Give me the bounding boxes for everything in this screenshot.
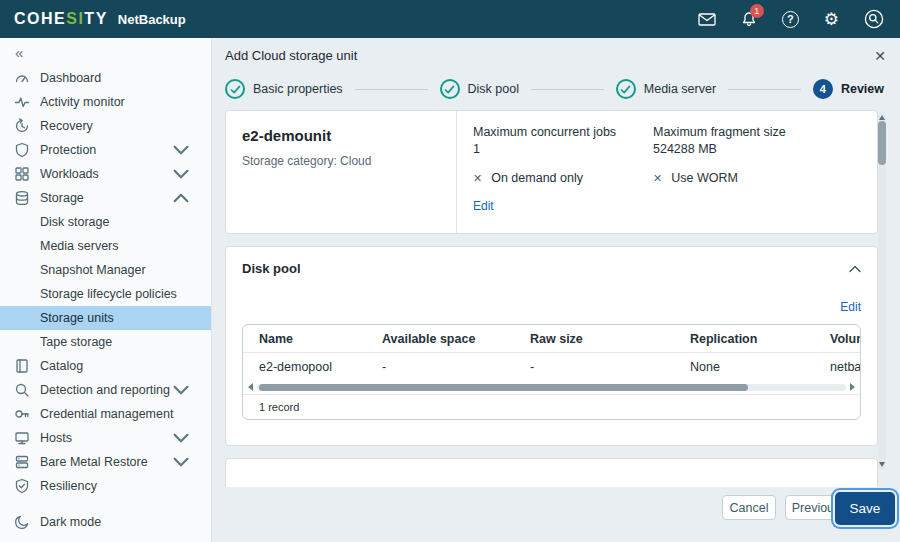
step-label: Review [841, 82, 884, 96]
column-header-available-space: Available space [366, 332, 514, 346]
on-demand-row: ✕ On demand only [473, 171, 653, 185]
database-icon [14, 190, 30, 206]
step-label: Basic properties [253, 82, 343, 96]
collapse-chevron-up-icon[interactable] [849, 265, 861, 273]
vertical-scrollbar[interactable] [878, 112, 886, 470]
summary-edit-link[interactable]: Edit [473, 199, 494, 213]
vertical-scroll-thumb[interactable] [878, 121, 886, 165]
sidebar-item-catalog[interactable]: Catalog [0, 354, 211, 378]
next-section-card [225, 458, 878, 487]
disk-pool-edit-link[interactable]: Edit [840, 300, 861, 314]
summary-column-1: Maximum concurrent jobs 1 ✕ On demand on… [473, 125, 653, 221]
summary-identity: e2-demounit Storage category: Cloud [226, 111, 457, 233]
scroll-down-arrow-icon[interactable] [879, 462, 885, 470]
horizontal-scroll-track[interactable] [257, 384, 846, 391]
scroll-left-arrow-icon[interactable] [248, 383, 253, 391]
sidebar-item-resiliency[interactable]: Resiliency [0, 474, 211, 498]
column-header-name: Name [243, 332, 366, 346]
worm-label: Use WORM [671, 171, 738, 185]
sidebar-item-label: Catalog [40, 359, 83, 373]
horizontal-scroll-thumb[interactable] [259, 384, 748, 391]
step-basic-properties[interactable]: Basic properties [225, 79, 343, 99]
chevron-down-icon [173, 166, 189, 182]
summary-details: Maximum concurrent jobs 1 ✕ On demand on… [457, 111, 877, 233]
sidebar-item-recovery[interactable]: Recovery [0, 114, 211, 138]
step-media-server[interactable]: Media server [616, 79, 716, 99]
chevron-down-icon [173, 142, 189, 158]
sidebar-subitem-snapshot-manager[interactable]: Snapshot Manager [0, 258, 211, 282]
summary-column-2: Maximum fragment size 524288 MB ✕ Use WO… [653, 125, 871, 221]
sidebar-item-label: Credential management [40, 407, 173, 421]
messages-icon[interactable] [698, 12, 716, 27]
sidebar-item-protection[interactable]: Protection [0, 138, 211, 162]
close-icon[interactable]: ✕ [874, 49, 886, 63]
search-icon[interactable] [864, 9, 884, 29]
chevron-down-icon [173, 454, 189, 470]
storage-unit-name: e2-demounit [242, 127, 440, 144]
sidebar-item-credential-management[interactable]: Credential management [0, 402, 211, 426]
cross-icon: ✕ [473, 173, 482, 184]
workloads-icon [14, 166, 30, 182]
help-glyph: ? [782, 11, 799, 28]
column-header-replication: Replication [674, 332, 814, 346]
recovery-icon [14, 118, 30, 134]
sidebar-subitem-label: Snapshot Manager [40, 263, 146, 277]
sidebar-item-label: Storage [40, 191, 84, 205]
sidebar-item-storage[interactable]: Storage [0, 186, 211, 210]
max-fragment-value: 524288 MB [653, 142, 871, 156]
product-name: NetBackup [118, 12, 186, 27]
step-number-circle: 4 [813, 79, 833, 99]
sidebar-item-label: Hosts [40, 431, 72, 445]
sidebar-item-label: Protection [40, 143, 96, 157]
sidebar-subitem-disk-storage[interactable]: Disk storage [0, 210, 211, 234]
page-title: Add Cloud storage unit [225, 48, 357, 63]
horizontal-scrollbar [243, 380, 860, 394]
scroll-right-arrow-icon[interactable] [850, 383, 855, 391]
check-icon [620, 85, 631, 94]
sidebar-subitem-storage-units[interactable]: Storage units [0, 306, 211, 330]
help-icon[interactable]: ? [782, 11, 799, 28]
step-connector [728, 89, 801, 90]
table-header-row: Name Available space Raw size Replicatio… [243, 325, 860, 353]
dark-mode-toggle[interactable]: Dark mode [14, 514, 101, 530]
sidebar-item-label: Activity monitor [40, 95, 125, 109]
table-row[interactable]: e2-demopool - - None netbac [243, 353, 860, 380]
sidebar-subitem-tape-storage[interactable]: Tape storage [0, 330, 211, 354]
cancel-button[interactable]: Cancel [722, 495, 776, 520]
step-review[interactable]: 4 Review [813, 79, 884, 99]
step-disk-pool[interactable]: Disk pool [440, 79, 519, 99]
sidebar-item-activity-monitor[interactable]: Activity monitor [0, 90, 211, 114]
magnifier-chart-icon [14, 382, 30, 398]
record-count: 1 record [243, 394, 860, 419]
sidebar-subitem-label: Tape storage [40, 335, 112, 349]
notifications-icon[interactable]: 1 [741, 11, 757, 27]
check-icon [444, 85, 455, 94]
sidebar-item-hosts[interactable]: Hosts [0, 426, 211, 450]
logo-ty: TY [84, 10, 107, 27]
storage-category: Storage category: Cloud [242, 154, 440, 168]
sidebar-subitem-media-servers[interactable]: Media servers [0, 234, 211, 258]
dialog-header: Add Cloud storage unit ✕ [225, 48, 886, 63]
sidebar-item-detection-and-reporting[interactable]: Detection and reporting [0, 378, 211, 402]
chevron-down-icon [173, 430, 189, 446]
sidebar-item-label: Detection and reporting [40, 383, 170, 397]
shield-icon [14, 142, 30, 158]
scroll-up-arrow-icon[interactable] [879, 112, 885, 120]
save-button[interactable]: Save [835, 492, 895, 525]
max-jobs-label: Maximum concurrent jobs [473, 125, 653, 139]
on-demand-label: On demand only [491, 171, 583, 185]
settings-gear-icon[interactable]: ⚙ [824, 11, 839, 28]
chevron-down-icon [173, 382, 189, 398]
sidebar-item-workloads[interactable]: Workloads [0, 162, 211, 186]
sidebar-item-dashboard[interactable]: Dashboard [0, 66, 211, 90]
disk-pool-header: Disk pool [242, 261, 861, 276]
sidebar-subitem-storage-lifecycle-policies[interactable]: Storage lifecycle policies [0, 282, 211, 306]
step-connector [531, 89, 604, 90]
sidebar-collapse-button[interactable]: « [0, 38, 211, 66]
step-check-circle [225, 79, 245, 99]
cell-raw-size: - [514, 360, 674, 374]
sidebar-item-label: Dashboard [40, 71, 101, 85]
app-root: COHESITY NetBackup 1 ? ⚙ « Dashboard [0, 0, 900, 542]
sidebar-item-bare-metal-restore[interactable]: Bare Metal Restore [0, 450, 211, 474]
shield-check-icon [14, 478, 30, 494]
